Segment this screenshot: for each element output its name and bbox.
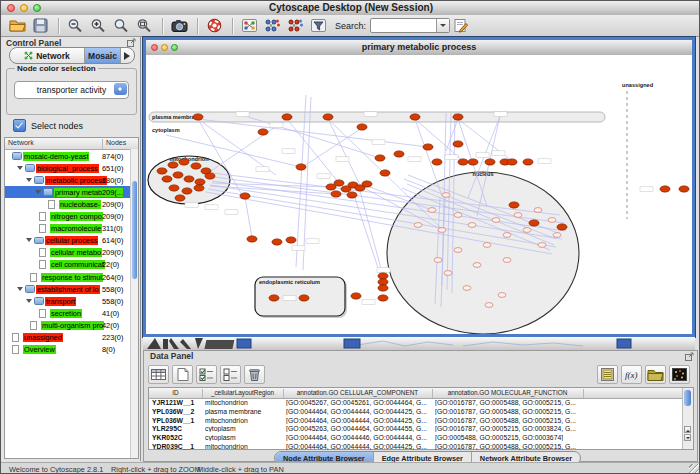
search-input[interactable] bbox=[370, 18, 450, 33]
table-cell[interactable]: [GO:0044464, GO:0044444, GO:0044425, G..… bbox=[286, 443, 430, 450]
scroll-up-icon[interactable] bbox=[684, 426, 691, 433]
network-node[interactable] bbox=[485, 159, 495, 165]
network-node[interactable] bbox=[453, 114, 463, 120]
scroll-down-icon[interactable] bbox=[684, 434, 691, 441]
attribute-editor-icon[interactable] bbox=[597, 365, 618, 384]
float-panel-icon[interactable] bbox=[127, 38, 136, 47]
tree-expand-icon[interactable] bbox=[26, 299, 32, 306]
tree-expand-icon[interactable] bbox=[17, 287, 23, 294]
network-node[interactable] bbox=[507, 159, 517, 165]
network-node[interactable] bbox=[468, 159, 478, 165]
network-node[interactable] bbox=[323, 114, 333, 120]
network-node[interactable] bbox=[548, 218, 556, 223]
network-node[interactable] bbox=[394, 151, 404, 157]
attribute-matrix-icon[interactable] bbox=[669, 365, 690, 384]
table-cell[interactable]: YPL036W__2 bbox=[152, 408, 200, 415]
table-cell[interactable]: [GO:0016787, GO:0005488, GO:0005215, G..… bbox=[435, 417, 581, 424]
table-cell[interactable]: YDR039C__1 bbox=[152, 443, 200, 450]
tree-row[interactable]: cellular metabo209(0) bbox=[5, 247, 138, 259]
network-node[interactable] bbox=[378, 279, 388, 285]
tree-row[interactable]: metabolic process280(0) bbox=[5, 174, 138, 186]
network-node[interactable] bbox=[410, 114, 420, 120]
unselect-attributes-icon[interactable] bbox=[220, 365, 241, 384]
network-node[interactable] bbox=[375, 155, 385, 161]
tree-row[interactable]: macromolecule311(0) bbox=[5, 223, 138, 235]
table-cell[interactable]: [GO:0005488, GO:0005215, GO:0003674] bbox=[435, 434, 581, 441]
network-node[interactable] bbox=[538, 243, 546, 248]
filter-icon[interactable] bbox=[308, 17, 328, 35]
table-cell[interactable]: [GO:0016787, GO:0005488, GO:0005215, G..… bbox=[435, 408, 581, 415]
network-node[interactable] bbox=[498, 293, 506, 298]
resize-grip[interactable] bbox=[689, 464, 700, 474]
table-row[interactable]: YPL036W__1mitochondrion[GO:0044464, GO:0… bbox=[149, 416, 683, 425]
tree-row[interactable]: unassigned223(0) bbox=[5, 332, 138, 344]
column-header[interactable]: ID bbox=[149, 389, 203, 398]
tree-row[interactable]: secretion41(0) bbox=[5, 307, 138, 319]
network-node[interactable] bbox=[184, 176, 194, 182]
network-node[interactable] bbox=[503, 258, 511, 263]
network-node[interactable] bbox=[286, 237, 296, 243]
tree-row[interactable]: nucleobase-209(0) bbox=[5, 198, 138, 210]
tree-expand-icon[interactable] bbox=[26, 238, 32, 245]
network-node[interactable] bbox=[331, 191, 341, 197]
tree-row[interactable]: mosaic-demo-yeast874(0) bbox=[5, 150, 138, 162]
network-node[interactable] bbox=[299, 295, 309, 301]
network-node[interactable] bbox=[168, 162, 178, 168]
network-node[interactable] bbox=[157, 168, 167, 174]
import-attributes-icon[interactable] bbox=[645, 365, 666, 384]
zoom-fit-icon[interactable] bbox=[111, 17, 131, 35]
network-node[interactable] bbox=[483, 243, 491, 248]
table-cell[interactable]: [GO:0044464, GO:0044446, GO:0044444, G..… bbox=[286, 434, 430, 441]
network-node[interactable] bbox=[269, 295, 279, 301]
create-attribute-icon[interactable] bbox=[172, 365, 193, 384]
network-node[interactable] bbox=[378, 273, 388, 279]
attribute-select-icon[interactable] bbox=[148, 365, 169, 384]
tree-row[interactable]: nitrogen compo209(0) bbox=[5, 211, 138, 223]
network-node[interactable] bbox=[162, 176, 172, 182]
tree-expand-icon[interactable] bbox=[26, 178, 32, 185]
network-canvas[interactable]: plasma membranecytoplasmmitochondrionnuc… bbox=[146, 55, 692, 334]
table-cell[interactable]: mitochondrion bbox=[205, 417, 281, 424]
table-cell[interactable]: [GO:0016787, GO:0005215, GO:0003824, G..… bbox=[435, 425, 581, 432]
network-node[interactable] bbox=[247, 236, 257, 242]
table-scrollbar-thumb[interactable] bbox=[684, 390, 691, 406]
table-cell[interactable]: YLR295C bbox=[152, 425, 200, 432]
network-node[interactable] bbox=[423, 144, 433, 150]
tree-row[interactable]: cell communicat22(0) bbox=[5, 259, 138, 271]
tree-expand-icon[interactable] bbox=[17, 166, 23, 173]
float-panel-icon[interactable] bbox=[685, 352, 694, 361]
function-builder-icon[interactable]: f(x) bbox=[621, 365, 642, 384]
network-node[interactable] bbox=[503, 233, 511, 238]
tab-overflow-button[interactable] bbox=[121, 48, 134, 63]
network-node[interactable] bbox=[463, 286, 471, 291]
table-cell[interactable]: [GO:0016787, GO:0005488, GO:0005215, G..… bbox=[435, 399, 581, 406]
table-cell[interactable]: YKR052C bbox=[152, 434, 200, 441]
annotation-icon[interactable] bbox=[450, 17, 470, 35]
network-node[interactable] bbox=[523, 228, 531, 233]
edit-network-selection-icon[interactable] bbox=[285, 17, 305, 35]
network-node[interactable] bbox=[492, 218, 500, 223]
tree-col-nodes[interactable]: Nodes bbox=[102, 139, 126, 149]
table-row[interactable]: YJR121W__1mitochondrion[GO:0045267, GO:0… bbox=[149, 399, 683, 408]
network-node[interactable] bbox=[240, 193, 250, 199]
network-node[interactable] bbox=[454, 213, 462, 218]
network-node[interactable] bbox=[679, 186, 689, 192]
network-node[interactable] bbox=[529, 220, 539, 226]
table-cell[interactable]: [GO:0044464, GO:0044444, GO:0044425, G..… bbox=[286, 408, 430, 415]
table-cell[interactable]: mitochondrion bbox=[205, 399, 281, 406]
network-node[interactable] bbox=[458, 159, 468, 165]
tree-col-network[interactable]: Network bbox=[8, 139, 34, 146]
table-scrollbar[interactable] bbox=[682, 388, 693, 449]
network-node[interactable] bbox=[182, 188, 192, 194]
network-node[interactable] bbox=[557, 224, 567, 230]
table-row[interactable]: YDR039C__1mitochondrion[GO:0044464, GO:0… bbox=[149, 443, 683, 452]
network-node[interactable] bbox=[468, 223, 476, 228]
network-node[interactable] bbox=[378, 295, 388, 301]
network-node[interactable] bbox=[347, 192, 357, 198]
network-node[interactable] bbox=[434, 258, 442, 263]
open-session-icon[interactable] bbox=[7, 17, 27, 35]
network-node[interactable] bbox=[473, 263, 481, 268]
zoom-out-icon[interactable] bbox=[65, 17, 85, 35]
network-node[interactable] bbox=[444, 271, 452, 276]
zoom-in-icon[interactable] bbox=[88, 17, 108, 35]
